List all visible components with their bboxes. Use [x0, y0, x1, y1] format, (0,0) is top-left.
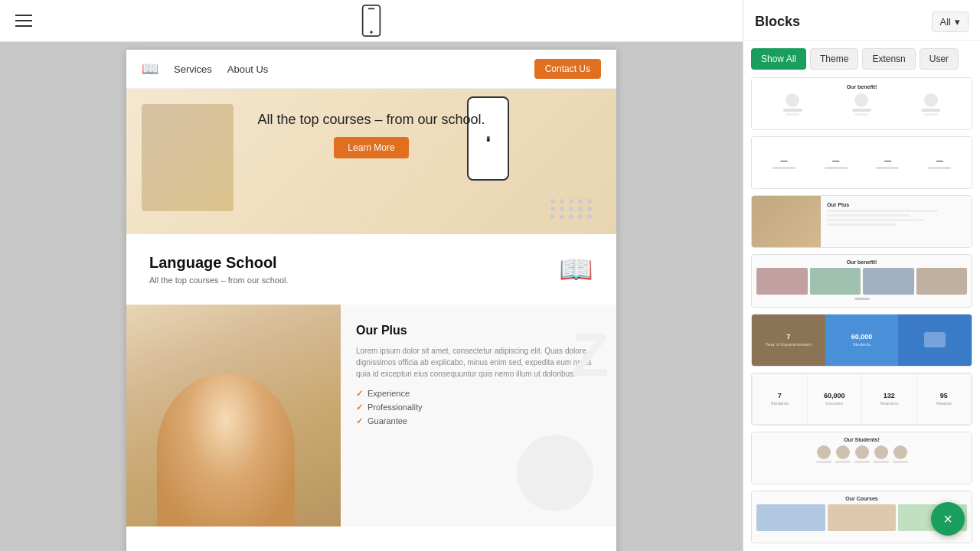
panel-title: Blocks: [755, 14, 800, 30]
block6-stat2: 60,000 Courses: [808, 374, 863, 424]
block-preview-6: 7 Students 60,000 Courses 132 Teachers 9…: [752, 373, 972, 425]
nav-about[interactable]: About Us: [227, 64, 268, 75]
block-preview-7: Our Students!: [752, 432, 972, 484]
block8-course2: [828, 504, 897, 531]
hamburger-menu[interactable]: [15, 15, 32, 27]
block6-num4: 95: [940, 392, 948, 399]
fab-close-button[interactable]: ×: [931, 502, 965, 536]
block-card-stats-white[interactable]: — — — —: [751, 136, 972, 189]
block-card-benefit-icons[interactable]: Our benefit!: [751, 77, 972, 130]
language-school-subtitle: All the top courses – from our school.: [149, 276, 289, 285]
main-area: 📖 Services About Us Contact Us All the t…: [0, 0, 743, 551]
block5-stat3: [898, 315, 972, 366]
preview-frame: 📖 Services About Us Contact Us All the t…: [126, 50, 616, 551]
block6-num2: 60,000: [824, 392, 845, 399]
block4-photos: [756, 268, 967, 295]
block6-label4: Awards: [936, 401, 952, 406]
our-plus-body: Lorem ipsum dolor sit amet, consectetur …: [356, 345, 601, 380]
site-hero: All the top courses – from our school. L…: [126, 89, 616, 234]
language-school-section: Language School All the top courses – fr…: [126, 234, 616, 305]
close-icon: ×: [943, 510, 952, 528]
block-preview-2: — — — —: [752, 137, 972, 188]
tab-theme[interactable]: Theme: [810, 48, 858, 70]
block6-label3: Teachers: [880, 401, 898, 406]
block-card-benefit-photos[interactable]: Our benefit!: [751, 254, 972, 307]
site-nav: 📖 Services About Us Contact Us: [126, 50, 616, 89]
our-plus-image: [126, 305, 341, 527]
our-plus-section: Z Our Plus Lorem ipsum dolor sit amet, c…: [126, 305, 616, 527]
our-plus-heading: Our Plus: [356, 324, 601, 337]
tab-show-all[interactable]: Show All: [751, 48, 806, 70]
block-card-stats-outline[interactable]: 7 Students 60,000 Courses 132 Teachers 9…: [751, 373, 972, 425]
panel-tabs: Show All Theme Extensn User: [743, 41, 980, 70]
student-photo: [126, 305, 341, 527]
language-school-icon: 📖: [559, 253, 593, 285]
block5-num2: 60,000: [851, 333, 873, 341]
hero-title: All the top courses – from our school.: [142, 112, 601, 128]
site-logo: 📖: [142, 60, 158, 77]
check-experience: Experience: [356, 389, 601, 399]
block2-stat2: —: [832, 157, 839, 165]
block3-image: [752, 196, 821, 247]
language-school-heading: Language School: [149, 254, 289, 272]
block2-stat3: —: [884, 157, 891, 165]
block6-label1: Students: [770, 401, 789, 406]
block8-course1: [756, 504, 825, 531]
block-preview-3: Our Plus: [752, 196, 972, 247]
all-dropdown-label: All: [940, 16, 951, 28]
nav-services[interactable]: Services: [174, 64, 212, 75]
blocks-grid: Our benefit! — — — —: [743, 70, 980, 551]
check-guarantee: Guarantee: [356, 416, 601, 426]
block8-title: Our Courses: [756, 496, 967, 501]
block-preview-1: Our benefit!: [752, 78, 972, 129]
block5-stat1: 7 Year of Experincement: [752, 315, 825, 366]
block-card-stats-colored[interactable]: 7 Year of Experincement 60,000 Students: [751, 314, 972, 367]
block6-stat4: 95 Awards: [917, 374, 972, 424]
block6-label2: Courses: [826, 401, 843, 406]
dropdown-chevron-icon: ▾: [955, 16, 960, 28]
language-school-text: Language School All the top courses – fr…: [149, 254, 289, 285]
toolbar: [0, 0, 743, 42]
block6-stat3: 132 Teachers: [862, 374, 917, 424]
block6-num1: 7: [778, 392, 782, 399]
svg-point-2: [370, 31, 373, 34]
site-nav-links: Services About Us: [174, 64, 534, 75]
block2-stat1: —: [780, 157, 787, 165]
block4-title: Our benefit!: [756, 259, 967, 265]
block1-title: Our benefit!: [758, 84, 965, 90]
block4-bar: [854, 298, 870, 300]
all-dropdown[interactable]: All ▾: [932, 11, 969, 32]
block5-stat2: 60,000 Students: [825, 315, 899, 366]
block-preview-4: Our benefit!: [752, 255, 972, 306]
block5-label2: Students: [853, 342, 871, 347]
hero-dots-decor: [550, 199, 593, 219]
block1-icons: [758, 93, 965, 116]
block2-stat4: —: [936, 157, 943, 165]
preview-area: 📖 Services About Us Contact Us All the t…: [0, 42, 743, 551]
block5-label1: Year of Experincement: [766, 342, 812, 347]
block3-title: Our Plus: [827, 202, 965, 207]
block3-content: Our Plus: [821, 196, 972, 247]
block-card-students[interactable]: Our Students!: [751, 432, 972, 484]
panel-header: Blocks All ▾: [743, 0, 980, 41]
our-plus-content: Z Our Plus Lorem ipsum dolor sit amet, c…: [341, 305, 616, 527]
block7-students: [756, 445, 967, 463]
decor-circle: [517, 435, 593, 511]
device-preview-icon[interactable]: [359, 5, 384, 37]
site-cta-button[interactable]: Contact Us: [534, 59, 601, 79]
hero-cta-button[interactable]: Learn More: [334, 137, 408, 158]
block7-title: Our Students!: [756, 437, 967, 442]
block5-num1: 7: [786, 333, 790, 341]
block6-num3: 132: [884, 392, 895, 399]
decor-z: Z: [571, 320, 609, 390]
tab-extension[interactable]: Extensn: [862, 48, 915, 70]
check-professionality: Professionality: [356, 403, 601, 412]
tab-user[interactable]: User: [920, 48, 959, 70]
block6-stat1: 7 Students: [753, 374, 808, 424]
block-card-our-plus[interactable]: Our Plus: [751, 195, 972, 248]
block-preview-5: 7 Year of Experincement 60,000 Students: [752, 315, 972, 366]
right-panel: Blocks All ▾ Show All Theme Extensn User…: [743, 0, 980, 551]
